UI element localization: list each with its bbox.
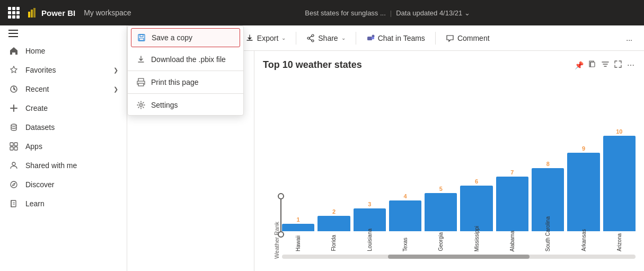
apps-icon (8, 141, 19, 152)
svg-rect-5 (10, 143, 13, 146)
bar-label-6: Alabama (509, 231, 515, 251)
svg-rect-22 (138, 83, 144, 86)
sidebar: Home Favorites ❯ Recent ❯ Create (0, 25, 127, 271)
svg-rect-1 (31, 10, 33, 18)
export-button[interactable]: Export ⌄ (240, 30, 292, 46)
menu-separator-2 (128, 93, 243, 94)
print-page-label: Print this page (151, 78, 199, 86)
chevron-down-icon: ⌄ (464, 9, 470, 17)
sidebar-label-datasets: Datasets (25, 123, 118, 132)
divider: | (390, 9, 392, 17)
sidebar-item-apps[interactable]: Apps (0, 137, 127, 156)
bar-value-9: 10 (616, 128, 622, 135)
sidebar-item-discover[interactable]: Discover (0, 175, 127, 194)
plus-icon (8, 103, 19, 113)
bar-rect-8[interactable] (567, 153, 599, 231)
svg-point-9 (12, 162, 15, 165)
bar-value-4: 5 (439, 186, 443, 192)
svg-point-4 (11, 124, 16, 126)
chat-in-teams-button[interactable]: Chat in Teams (360, 30, 431, 46)
bar-rect-3[interactable] (389, 200, 421, 231)
bar-rect-6[interactable] (496, 177, 528, 231)
sidebar-item-datasets[interactable]: Datasets (0, 118, 127, 137)
chart-scrollbar[interactable] (282, 255, 636, 259)
file-dropdown-menu: Save a copy Download the .pbix file (127, 51, 244, 116)
workspace-label[interactable]: My workspace (84, 8, 131, 17)
share-chevron-icon: ⌄ (341, 35, 346, 41)
chevron-right-icon-2: ❯ (113, 86, 118, 93)
download-pbix-button[interactable]: Download the .pbix file (128, 51, 243, 69)
menu-separator-1 (128, 71, 243, 71)
print-page-button[interactable]: Print this page (128, 72, 243, 92)
more-chart-options-icon[interactable]: ⋯ (626, 60, 636, 71)
bar-label-8: Arkansas (581, 229, 587, 251)
data-updated[interactable]: Data updated 4/13/21 ⌄ (396, 9, 470, 17)
bar-value-6: 7 (510, 169, 514, 176)
bar-label-0: Hawaii (295, 235, 301, 251)
person-icon (8, 160, 19, 171)
pin-icon[interactable]: 📌 (574, 60, 585, 71)
bar-rect-2[interactable] (354, 208, 386, 231)
report-title: Best states for sunglass ... (305, 9, 385, 17)
bar-rect-0[interactable] (282, 224, 314, 231)
sidebar-item-favorites[interactable]: Favorites ❯ (0, 60, 127, 80)
chart-area: Top 10 weather states 📌 ⋯ (254, 51, 644, 271)
hamburger-button[interactable] (0, 25, 127, 41)
sidebar-label-favorites: Favorites (25, 66, 107, 74)
home-icon (8, 46, 19, 56)
bar-value-8: 9 (582, 145, 585, 152)
download-pbix-label: Download the .pbix file (151, 55, 226, 64)
bar-group-8: 9Arkansas (567, 77, 599, 231)
sidebar-item-home[interactable]: Home (0, 41, 127, 60)
sidebar-item-create[interactable]: Create (0, 99, 127, 118)
bar-label-1: Florida (331, 235, 337, 251)
bar-rect-1[interactable] (317, 216, 350, 231)
settings-button[interactable]: Settings (128, 95, 243, 115)
export-icon (245, 34, 254, 42)
waffle-button[interactable] (6, 5, 21, 20)
svg-point-23 (140, 104, 143, 107)
svg-rect-2 (33, 8, 36, 18)
app-name: Power BI (41, 8, 75, 18)
topbar: Power BI My workspace Best states for su… (0, 0, 644, 25)
scrollbar-thumb[interactable] (388, 255, 530, 259)
svg-rect-14 (367, 37, 372, 40)
sidebar-label-discover: Discover (25, 180, 118, 189)
y-axis-label: Weather Rank (274, 222, 280, 259)
timeline-line (280, 199, 281, 231)
teams-icon (366, 34, 375, 42)
sidebar-label-create: Create (25, 104, 118, 112)
comment-button[interactable]: Comment (440, 30, 496, 46)
bar-rect-4[interactable] (425, 193, 457, 231)
bar-label-3: Texas (402, 238, 408, 251)
svg-rect-16 (372, 37, 374, 39)
main-content: Pages ❮❮ File ⌄ Export ⌄ (127, 25, 644, 271)
sidebar-item-learn[interactable]: Learn (0, 194, 127, 213)
compass-icon (8, 179, 19, 190)
sidebar-item-recent[interactable]: Recent ❯ (0, 80, 127, 99)
sidebar-label-apps: Apps (25, 142, 118, 151)
sidebar-item-shared[interactable]: Shared with me (0, 156, 127, 175)
settings-icon (136, 100, 146, 110)
share-button[interactable]: Share ⌄ (301, 30, 351, 46)
more-options-button[interactable]: ... (623, 31, 636, 46)
bar-rect-9[interactable] (603, 136, 636, 231)
filter-icon[interactable] (601, 59, 610, 71)
svg-point-12 (312, 40, 314, 42)
bar-value-3: 4 (403, 193, 407, 199)
bar-value-2: 3 (368, 201, 371, 207)
book-icon (8, 198, 19, 209)
svg-rect-17 (590, 62, 595, 67)
sidebar-label-recent: Recent (25, 85, 107, 93)
sidebar-label-home: Home (25, 47, 118, 55)
sidebar-label-shared: Shared with me (25, 161, 118, 170)
bar-group-5: 6Mississippi (460, 77, 492, 231)
copy-icon[interactable] (588, 59, 597, 71)
hamburger-icon (8, 30, 18, 37)
bar-value-0: 1 (297, 216, 300, 223)
expand-icon[interactable] (613, 59, 623, 71)
comment-label: Comment (457, 34, 490, 42)
svg-point-15 (372, 34, 374, 37)
share-icon (306, 34, 315, 42)
bar-rect-5[interactable] (460, 186, 492, 231)
